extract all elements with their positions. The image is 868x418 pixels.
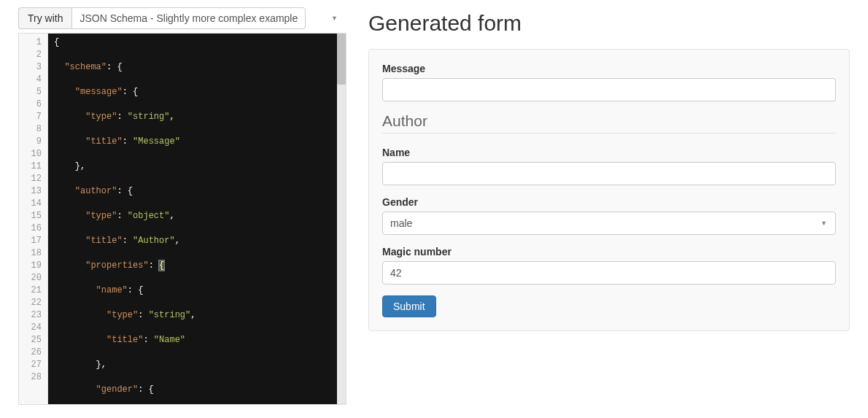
generated-form: Message Author Name Gender male Magic nu… [368, 49, 850, 331]
editor-scroll-thumb[interactable] [337, 34, 346, 85]
magic-input[interactable] [382, 261, 836, 285]
message-input[interactable] [382, 78, 836, 101]
try-with-button[interactable]: Try with [18, 7, 71, 29]
editor-gutter: 1 2 3 4 5 6 7 8 9 10 11 12 13 14 15 16 1… [19, 34, 48, 404]
example-select[interactable]: JSON Schema - Slightly more complex exam… [71, 7, 306, 29]
name-input[interactable] [382, 162, 836, 185]
message-label: Message [382, 63, 836, 74]
divider [382, 133, 836, 133]
name-label: Name [382, 147, 836, 158]
submit-button[interactable]: Submit [382, 295, 436, 317]
code-editor[interactable]: 1 2 3 4 5 6 7 8 9 10 11 12 13 14 15 16 1… [18, 33, 346, 405]
page-title: Generated form [368, 11, 850, 36]
magic-label: Magic number [382, 246, 836, 258]
editor-content[interactable]: { "schema": { "message": { "type": "stri… [48, 34, 337, 404]
gender-select[interactable]: male [382, 212, 836, 235]
gender-label: Gender [382, 196, 836, 208]
editor-scrollbar[interactable] [337, 34, 346, 404]
author-legend: Author [382, 112, 836, 130]
